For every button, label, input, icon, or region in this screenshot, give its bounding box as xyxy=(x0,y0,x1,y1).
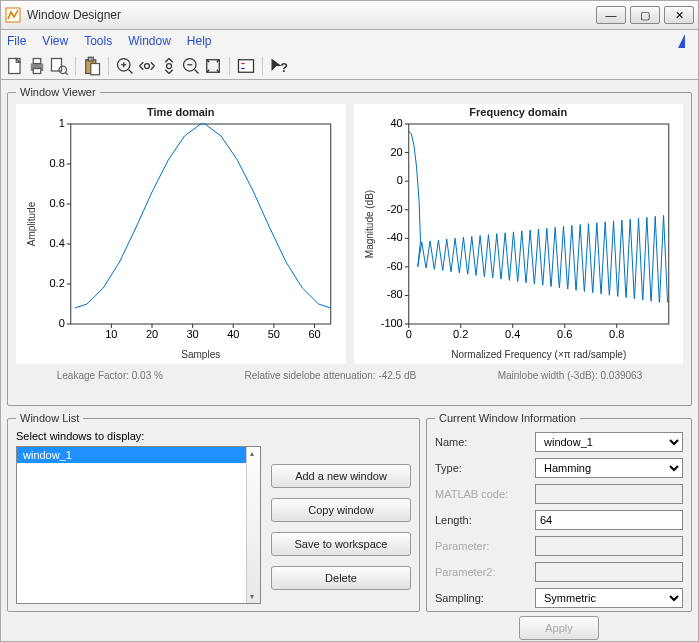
svg-text:40: 40 xyxy=(227,328,239,340)
minimize-button[interactable]: — xyxy=(596,6,626,24)
svg-text:?: ? xyxy=(280,61,288,75)
svg-rect-9 xyxy=(88,57,93,61)
app-icon xyxy=(5,7,21,23)
svg-text:30: 30 xyxy=(187,328,199,340)
paste-icon[interactable] xyxy=(82,56,102,76)
svg-text:20: 20 xyxy=(390,146,402,158)
window-title: Window Designer xyxy=(27,8,592,22)
list-item[interactable]: window_1 xyxy=(17,447,260,463)
menu-window[interactable]: Window xyxy=(128,34,171,48)
save-workspace-button[interactable]: Save to workspace xyxy=(271,532,411,556)
svg-text:0.6: 0.6 xyxy=(557,328,572,340)
print-icon[interactable] xyxy=(27,56,47,76)
svg-text:20: 20 xyxy=(146,328,158,340)
svg-text:60: 60 xyxy=(308,328,320,340)
zoom-in-icon[interactable] xyxy=(115,56,135,76)
window-viewer-panel: Window Viewer Time domain 10203040506000… xyxy=(7,86,692,406)
menu-file[interactable]: File xyxy=(7,34,26,48)
svg-rect-61 xyxy=(71,124,331,324)
time-domain-chart: Time domain 10203040506000.20.40.60.81Sa… xyxy=(16,104,346,364)
menu-help[interactable]: Help xyxy=(187,34,212,48)
menu-tools[interactable]: Tools xyxy=(84,34,112,48)
name-select[interactable]: window_1 xyxy=(535,432,683,452)
svg-text:0: 0 xyxy=(405,328,411,340)
copy-window-button[interactable]: Copy window xyxy=(271,498,411,522)
param-label: Parameter: xyxy=(435,540,535,552)
svg-text:-40: -40 xyxy=(386,231,402,243)
svg-text:-20: -20 xyxy=(386,203,402,215)
zoom-out-icon[interactable] xyxy=(181,56,201,76)
svg-line-12 xyxy=(129,69,133,73)
name-label: Name: xyxy=(435,436,535,448)
svg-rect-21 xyxy=(239,59,254,72)
svg-line-18 xyxy=(195,69,199,73)
titlebar: Window Designer — ▢ ✕ xyxy=(0,0,699,30)
svg-line-7 xyxy=(65,72,68,75)
content-area: Window Viewer Time domain 10203040506000… xyxy=(0,80,699,642)
length-label: Length: xyxy=(435,514,535,526)
matlab-label: MATLAB code: xyxy=(435,488,535,500)
svg-text:1: 1 xyxy=(59,117,65,129)
menubar-help-icon[interactable] xyxy=(678,34,692,48)
close-button[interactable]: ✕ xyxy=(664,6,694,24)
matlab-input xyxy=(535,484,683,504)
windowlist-prompt: Select windows to display: xyxy=(16,430,411,442)
new-icon[interactable] xyxy=(5,56,25,76)
param-input xyxy=(535,536,683,556)
svg-point-16 xyxy=(167,63,172,68)
svg-rect-3 xyxy=(33,58,41,63)
add-window-button[interactable]: Add a new window xyxy=(271,464,411,488)
toolbar: ? xyxy=(0,52,699,80)
zoom-x-icon[interactable] xyxy=(137,56,157,76)
windowlist-legend: Window List xyxy=(16,412,83,424)
legend-icon[interactable] xyxy=(236,56,256,76)
svg-text:0.8: 0.8 xyxy=(49,157,64,169)
svg-point-15 xyxy=(145,63,150,68)
chart-title: Frequency domain xyxy=(354,106,684,118)
maximize-button[interactable]: ▢ xyxy=(630,6,660,24)
svg-text:0.2: 0.2 xyxy=(49,277,64,289)
type-select[interactable]: Hamming xyxy=(535,458,683,478)
apply-button[interactable]: Apply xyxy=(519,616,599,640)
current-window-info-panel: Current Window Information Name: window_… xyxy=(426,412,692,612)
whats-this-icon[interactable]: ? xyxy=(269,56,289,76)
type-label: Type: xyxy=(435,462,535,474)
window-listbox[interactable]: window_1 xyxy=(16,446,261,604)
svg-text:0.4: 0.4 xyxy=(505,328,520,340)
svg-text:0: 0 xyxy=(396,174,402,186)
svg-text:Amplitude: Amplitude xyxy=(26,201,37,246)
svg-text:0.4: 0.4 xyxy=(49,237,64,249)
menubar: File View Tools Window Help xyxy=(0,30,699,52)
svg-text:-60: -60 xyxy=(386,260,402,272)
svg-text:50: 50 xyxy=(268,328,280,340)
length-input[interactable] xyxy=(535,510,683,530)
param2-label: Parameter2: xyxy=(435,566,535,578)
svg-text:0: 0 xyxy=(59,317,65,329)
svg-text:0.6: 0.6 xyxy=(49,197,64,209)
autoscale-icon[interactable] xyxy=(203,56,223,76)
menu-view[interactable]: View xyxy=(42,34,68,48)
sampling-select[interactable]: Symmetric xyxy=(535,588,683,608)
svg-rect-10 xyxy=(91,63,100,74)
svg-text:Normalized Frequency  (×π rad/: Normalized Frequency (×π rad/sample) xyxy=(451,349,626,360)
mainlobe-label: Mainlobe width (-3dB): 0.039063 xyxy=(498,370,643,381)
svg-text:40: 40 xyxy=(390,117,402,129)
print-preview-icon[interactable] xyxy=(49,56,69,76)
leakage-label: Leakage Factor: 0.03 % xyxy=(57,370,163,381)
svg-text:-80: -80 xyxy=(386,288,402,300)
viewer-status: Leakage Factor: 0.03 % Relative sidelobe… xyxy=(16,370,683,381)
svg-text:10: 10 xyxy=(105,328,117,340)
svg-text:Samples: Samples xyxy=(181,349,220,360)
delete-window-button[interactable]: Delete xyxy=(271,566,411,590)
svg-text:-100: -100 xyxy=(380,317,402,329)
param2-input xyxy=(535,562,683,582)
svg-text:0.2: 0.2 xyxy=(453,328,468,340)
sidelobe-label: Relative sidelobe attenuation: -42.5 dB xyxy=(244,370,416,381)
info-legend: Current Window Information xyxy=(435,412,580,424)
scrollbar[interactable]: ▴ ▾ xyxy=(246,447,260,603)
chart-title: Time domain xyxy=(16,106,346,118)
svg-text:Magnitude (dB): Magnitude (dB) xyxy=(363,190,374,258)
zoom-y-icon[interactable] xyxy=(159,56,179,76)
svg-text:0.8: 0.8 xyxy=(609,328,624,340)
svg-rect-4 xyxy=(33,68,41,73)
